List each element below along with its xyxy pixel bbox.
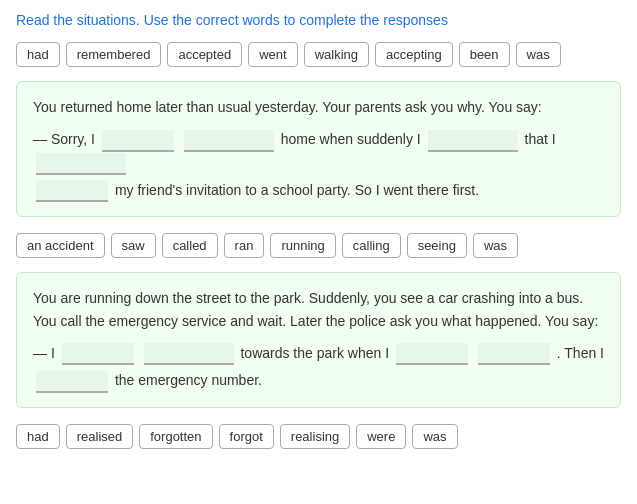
word-chip[interactable]: realising	[280, 424, 350, 449]
blank-2-4[interactable]	[478, 343, 550, 365]
word-bank-2: an accident saw called ran running calli…	[16, 233, 621, 258]
word-chip[interactable]: running	[270, 233, 335, 258]
word-chip[interactable]: seeing	[407, 233, 467, 258]
word-chip[interactable]: remembered	[66, 42, 162, 67]
situation-2-intro: You are running down the street to the p…	[33, 287, 604, 332]
word-chip[interactable]: saw	[111, 233, 156, 258]
word-chip[interactable]: ran	[224, 233, 265, 258]
word-chip[interactable]: was	[412, 424, 457, 449]
situation-2-box: You are running down the street to the p…	[16, 272, 621, 407]
word-chip[interactable]: were	[356, 424, 406, 449]
word-bank-3: had realised forgotten forgot realising …	[16, 424, 621, 449]
word-chip[interactable]: calling	[342, 233, 401, 258]
word-chip[interactable]: been	[459, 42, 510, 67]
instruction-text: Read the situations. Use the correct wor…	[16, 12, 621, 28]
word-chip[interactable]: accepted	[167, 42, 242, 67]
situation-2-sentence-2: the emergency number.	[33, 369, 604, 392]
situation-1-box: You returned home later than usual yeste…	[16, 81, 621, 217]
page-container: Read the situations. Use the correct wor…	[0, 0, 637, 475]
blank-1-1[interactable]	[102, 130, 174, 152]
word-chip[interactable]: forgotten	[139, 424, 212, 449]
word-chip[interactable]: was	[473, 233, 518, 258]
word-chip[interactable]: walking	[304, 42, 369, 67]
situation-1-sentence: — Sorry, I home when suddenly I that I	[33, 128, 604, 175]
word-chip[interactable]: was	[516, 42, 561, 67]
word-chip[interactable]: accepting	[375, 42, 453, 67]
blank-1-4[interactable]	[36, 153, 126, 175]
situation-2-sentence: — I towards the park when I . Then I	[33, 342, 604, 365]
blank-1-5[interactable]	[36, 180, 108, 202]
word-chip[interactable]: realised	[66, 424, 134, 449]
situation-1-sentence-2: my friend's invitation to a school party…	[33, 179, 604, 202]
blank-1-3[interactable]	[428, 130, 518, 152]
word-chip[interactable]: forgot	[219, 424, 274, 449]
blank-2-2[interactable]	[144, 343, 234, 365]
situation-1-intro: You returned home later than usual yeste…	[33, 96, 604, 118]
word-chip[interactable]: went	[248, 42, 297, 67]
word-bank-1: had remembered accepted went walking acc…	[16, 42, 621, 67]
blank-2-5[interactable]	[36, 371, 108, 393]
blank-2-3[interactable]	[396, 343, 468, 365]
blank-1-2[interactable]	[184, 130, 274, 152]
blank-2-1[interactable]	[62, 343, 134, 365]
word-chip[interactable]: had	[16, 424, 60, 449]
word-chip[interactable]: an accident	[16, 233, 105, 258]
word-chip[interactable]: had	[16, 42, 60, 67]
word-chip[interactable]: called	[162, 233, 218, 258]
